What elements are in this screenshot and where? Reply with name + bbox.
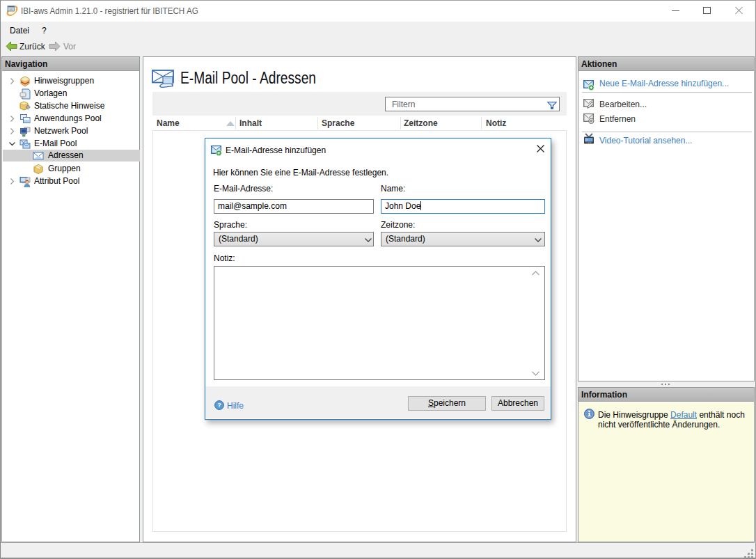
svg-text:?: ?	[217, 402, 221, 409]
